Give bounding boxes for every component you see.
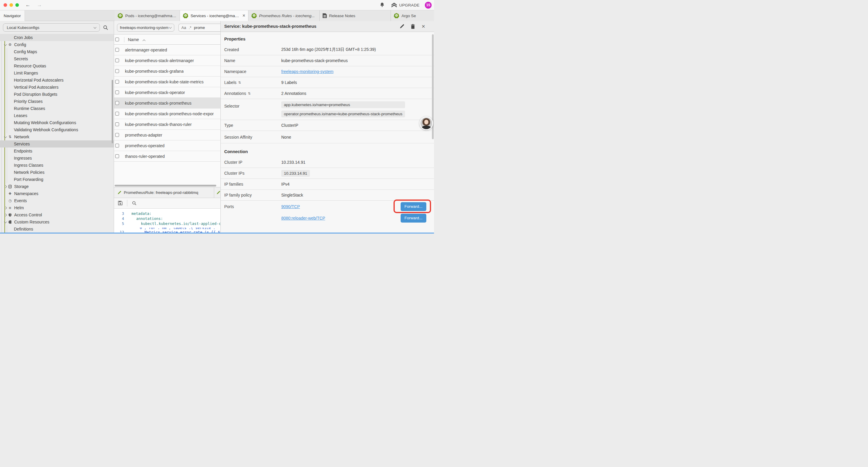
navigator-panel-tab[interactable]: Navigator	[0, 10, 25, 21]
table-row[interactable]: kube-prometheus-stack-grafana	[114, 66, 220, 77]
sidebar-item-storage[interactable]: Storage	[0, 183, 114, 190]
sidebar-item-network-policies[interactable]: Network Policies	[0, 169, 114, 176]
notifications-bell-icon[interactable]	[378, 1, 386, 9]
sidebar-item-horizontal-pod-autoscalers[interactable]: Horizontal Pod Autoscalers	[0, 77, 114, 84]
sidebar-item-config[interactable]: ⚙ Config	[0, 41, 114, 48]
sidebar-item-resource-quotas[interactable]: Resource Quotas	[0, 62, 114, 69]
sidebar-item-endpoints[interactable]: Endpoints	[0, 147, 114, 154]
property-value[interactable]: 2 Annotations	[281, 91, 306, 96]
user-avatar[interactable]	[420, 116, 433, 130]
horizontal-scrollbar-thumb[interactable]	[115, 185, 216, 186]
close-icon[interactable]: ×	[421, 23, 426, 30]
row-checkbox[interactable]	[115, 90, 119, 94]
port-link-9090[interactable]: 9090/TCP	[281, 204, 300, 209]
forward-button-8080[interactable]: Forward...	[401, 214, 426, 223]
name-column-header[interactable]: Name	[128, 37, 139, 42]
row-checkbox[interactable]	[115, 69, 119, 73]
sidebar-item-config-maps[interactable]: Config Maps	[0, 48, 114, 55]
yaml-editor[interactable]: 3metadata: 4annotations: 5kubectl.kubern…	[114, 209, 220, 233]
tab-argo[interactable]: ☸ Argo Se	[391, 10, 434, 21]
table-row[interactable]: thanos-ruler-operated	[114, 151, 220, 162]
property-label: IP family policy	[221, 193, 281, 198]
upgrade-button[interactable]: UPGRADE	[391, 3, 420, 8]
property-row-selector: Selector app.kubernetes.io/name=promethe…	[221, 99, 434, 120]
sidebar-item-vertical-pod-autoscalers[interactable]: Vertical Pod Autoscalers	[0, 84, 114, 91]
horizontal-scrollbar[interactable]	[114, 184, 220, 187]
table-row[interactable]: kube-prometheus-stack-kube-state-metrics	[114, 77, 220, 87]
tab-prometheus-rules[interactable]: ☸ Prometheus Rules - icecheng...	[248, 10, 320, 21]
row-checkbox[interactable]	[115, 154, 119, 158]
property-value[interactable]: 9 Labels	[281, 80, 297, 85]
table-row-selected[interactable]: kube-prometheus-stack-prometheus	[114, 98, 220, 109]
row-checkbox[interactable]	[115, 59, 119, 62]
sidebar-item-ingresses[interactable]: Ingresses	[0, 154, 114, 162]
kubeconfig-select[interactable]: Local Kubeconfigs	[3, 23, 100, 32]
notification-count-badge[interactable]: 15	[425, 2, 432, 8]
sidebar-item-pod-disruption-budgets[interactable]: Pod Disruption Budgets	[0, 91, 114, 98]
table-row[interactable]: alertmanager-operated	[114, 45, 220, 55]
kubeconfig-select-value: Local Kubeconfigs	[7, 25, 39, 30]
sidebar-item-leases[interactable]: Leases	[0, 112, 114, 119]
row-checkbox[interactable]	[115, 101, 119, 105]
sidebar-item-helm[interactable]: ⎈ Helm	[0, 204, 114, 211]
regex-toggle[interactable]: .*	[189, 25, 191, 30]
row-checkbox[interactable]	[115, 48, 119, 52]
table-row[interactable]: kube-prometheus-stack-operator	[114, 87, 220, 98]
sidebar-item-validating-webhook-configurations[interactable]: Validating Webhook Configurations	[0, 126, 114, 133]
table-row[interactable]: kube-prometheus-stack-prometheus-node-ex…	[114, 109, 220, 119]
sidebar-item-secrets[interactable]: Secrets	[0, 55, 114, 62]
editor-tab-prometheusrule[interactable]: PrometheusRule: freeleaps-prod-rabbitmq	[114, 187, 214, 198]
history-back-button[interactable]: ←	[25, 2, 30, 8]
window-zoom-button[interactable]	[16, 3, 19, 7]
code-text: kubectl.kubernetes.io/last-applied-co	[124, 222, 220, 226]
tab-services[interactable]: ☸ Services - icecheng@math... ×	[180, 10, 248, 21]
sidebar-item-runtime-classes[interactable]: Runtime Classes	[0, 105, 114, 112]
sidebar-item-access-control[interactable]: Access Control	[0, 211, 114, 218]
namespace-link[interactable]: freeleaps-monitoring-system	[281, 69, 334, 74]
window-minimize-button[interactable]	[9, 3, 13, 7]
history-forward-button[interactable]: →	[37, 2, 42, 8]
delete-trash-icon[interactable]	[410, 23, 416, 30]
tab-close-icon[interactable]: ×	[243, 13, 245, 18]
sidebar-item-mutating-webhook-configurations[interactable]: Mutating Webhook Configurations	[0, 119, 114, 126]
namespace-select[interactable]: freeleaps-monitoring-system	[117, 24, 174, 32]
tab-pods[interactable]: ☸ Pods - icecheng@mathmas...	[115, 10, 180, 21]
table-row[interactable]: kube-prometheus-stack-alertmanager	[114, 55, 220, 66]
tab-release-notes[interactable]: Release Notes	[320, 10, 391, 21]
port-link-8080-reloader-web[interactable]: 8080:reloader-web/TCP	[281, 216, 325, 221]
service-name: kube-prometheus-stack-grafana	[125, 69, 183, 74]
table-row[interactable]: prometheus-adapter	[114, 130, 220, 140]
sidebar-item-port-forwarding[interactable]: Port Forwarding	[0, 176, 114, 183]
sidebar-item-ingress-classes[interactable]: Ingress Classes	[0, 162, 114, 169]
services-search-input[interactable]: Aa .* prome	[179, 24, 220, 32]
editor-tab-partial[interactable]	[214, 187, 220, 198]
select-all-checkbox[interactable]	[115, 37, 119, 41]
row-checkbox[interactable]	[115, 133, 119, 137]
sidebar-item-events[interactable]: ◷ Events	[0, 197, 114, 204]
window-close-button[interactable]	[4, 3, 7, 7]
match-case-toggle[interactable]: Aa	[181, 25, 186, 30]
sidebar-item-limit-ranges[interactable]: Limit Ranges	[0, 69, 114, 77]
save-icon[interactable]	[116, 199, 124, 207]
forward-button-9090[interactable]: Forward...	[401, 202, 426, 211]
sidebar-item-namespaces[interactable]: ❖ Namespaces	[0, 190, 114, 197]
expand-sort-icon[interactable]: ⇅	[238, 81, 241, 85]
sidebar-item-cron-jobs[interactable]: Cron Jobs	[0, 34, 114, 41]
row-checkbox[interactable]	[115, 144, 119, 147]
sidebar-item-custom-resources[interactable]: Custom Resources	[0, 218, 114, 226]
edit-pencil-icon[interactable]	[399, 23, 405, 30]
row-checkbox[interactable]	[115, 80, 119, 84]
sidebar-search-icon[interactable]	[102, 24, 109, 31]
sidebar-item-network[interactable]: ⇅ Network	[0, 133, 114, 140]
sidebar-item-priority-classes[interactable]: Priority Classes	[0, 98, 114, 105]
expand-sort-icon[interactable]: ⇅	[248, 92, 251, 95]
sidebar-item-services[interactable]: Services	[0, 140, 114, 147]
editor-search-icon[interactable]	[130, 199, 138, 207]
row-checkbox[interactable]	[115, 112, 119, 116]
table-row[interactable]: kube-prometheus-stack-thanos-ruler	[114, 119, 220, 130]
row-checkbox[interactable]	[115, 122, 119, 126]
property-label: IP families	[221, 182, 281, 186]
table-row[interactable]: prometheus-operated	[114, 140, 220, 151]
sidebar-item-definitions[interactable]: Definitions	[0, 226, 114, 233]
sidebar-scrollbar-thumb[interactable]	[112, 80, 113, 143]
